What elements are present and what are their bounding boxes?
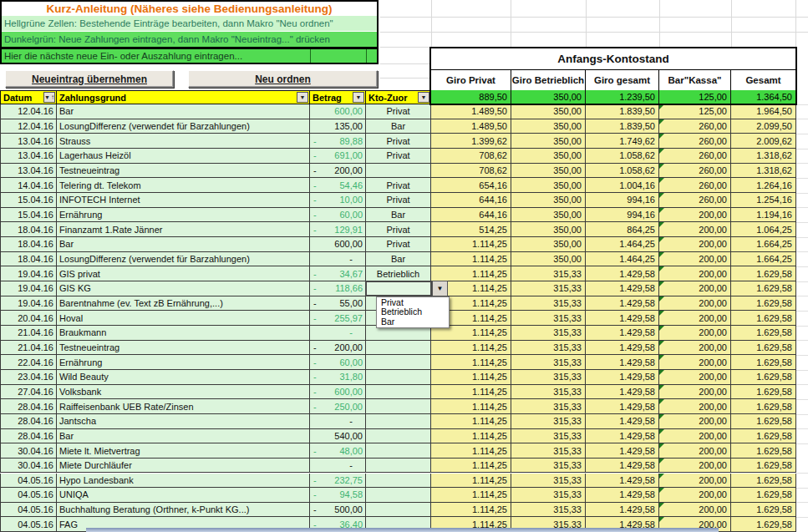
amount-cell[interactable]: -89,88 xyxy=(310,134,366,149)
balance-cell[interactable]: 644,16 xyxy=(431,193,511,208)
balance-cell[interactable]: 200,00 xyxy=(659,237,731,252)
date-cell[interactable]: 12.04.16 xyxy=(0,104,57,119)
balance-cell[interactable]: 260,00 xyxy=(659,149,731,164)
balance-cell[interactable]: 864,25 xyxy=(586,222,659,237)
date-cell[interactable]: 15.04.16 xyxy=(0,208,57,223)
balance-cell[interactable]: 200,00 xyxy=(659,503,731,518)
date-cell[interactable]: 22.04.16 xyxy=(0,355,57,370)
date-cell[interactable]: 15.04.16 xyxy=(0,193,57,208)
balance-cell[interactable]: 994,16 xyxy=(586,193,659,208)
balance-cell[interactable]: 260,00 xyxy=(659,178,731,193)
balance-cell[interactable]: 1.664,25 xyxy=(731,237,796,252)
balance-cell[interactable]: 1.429,58 xyxy=(586,326,659,341)
date-cell[interactable]: 13.04.16 xyxy=(0,134,57,149)
balance-cell[interactable]: 350,00 xyxy=(511,104,586,119)
opening-balance-cell[interactable]: 889,50 xyxy=(431,90,511,104)
reason-cell[interactable]: GIS KG xyxy=(57,281,310,296)
date-cell[interactable]: 04.05.16 xyxy=(0,517,57,532)
balance-cell[interactable]: 1.629,58 xyxy=(731,488,796,503)
balance-cell[interactable]: 200,00 xyxy=(659,488,731,503)
opening-balance-cell[interactable]: 1.364,50 xyxy=(731,90,796,104)
balance-cell[interactable]: 1.429,58 xyxy=(586,503,659,518)
reason-cell[interactable]: GIS privat xyxy=(57,266,310,281)
amount-cell[interactable]: -54,46 xyxy=(310,178,366,193)
kto-cell[interactable]: Privat xyxy=(366,193,431,208)
balance-cell[interactable]: 1.429,58 xyxy=(586,414,659,429)
reason-cell[interactable]: Telering dt. Telekom xyxy=(57,178,310,193)
kto-cell[interactable] xyxy=(366,385,431,400)
kto-cell[interactable] xyxy=(366,503,431,518)
balance-cell[interactable]: 1.064,25 xyxy=(731,222,796,237)
balance-cell[interactable]: 1.318,62 xyxy=(731,164,796,179)
reorder-button[interactable]: Neu ordnen xyxy=(188,70,378,88)
balance-cell[interactable]: 315,33 xyxy=(511,370,586,385)
balance-cell[interactable]: 315,33 xyxy=(511,474,586,489)
date-cell[interactable]: 27.04.16 xyxy=(0,385,57,400)
reason-cell[interactable]: LosungDifferenz (verwendet für Barzahlun… xyxy=(57,119,310,134)
balance-cell[interactable]: 1.194,16 xyxy=(731,208,796,223)
balance-cell[interactable]: 315,33 xyxy=(511,503,586,518)
reason-cell[interactable]: Lagerhaus Heizöl xyxy=(57,149,310,164)
balance-cell[interactable]: 200,00 xyxy=(659,341,731,356)
balance-cell[interactable]: 1.429,58 xyxy=(586,459,659,474)
balance-cell[interactable]: 1.629,58 xyxy=(731,414,796,429)
kto-cell[interactable] xyxy=(366,355,431,370)
amount-cell[interactable]: -500,00 xyxy=(310,503,366,518)
balance-cell[interactable]: 315,33 xyxy=(511,296,586,312)
reason-cell[interactable]: LosungDifferenz (verwendet für Barzahlun… xyxy=(57,252,310,267)
balance-cell[interactable]: 708,62 xyxy=(431,164,511,179)
amount-cell[interactable]: -600,00 xyxy=(310,385,366,400)
balance-cell[interactable]: 315,33 xyxy=(511,311,586,326)
balance-cell[interactable]: 350,00 xyxy=(511,119,586,134)
date-cell[interactable]: 30.04.16 xyxy=(0,443,57,459)
date-cell[interactable]: 30.04.16 xyxy=(0,459,57,474)
balance-cell[interactable]: 200,00 xyxy=(659,266,731,281)
date-cell[interactable]: 28.04.16 xyxy=(0,414,57,429)
date-cell[interactable]: 28.04.16 xyxy=(0,399,57,414)
balance-cell[interactable]: 1.114,25 xyxy=(431,370,511,385)
date-cell[interactable]: 23.04.16 xyxy=(0,370,57,385)
kto-cell[interactable] xyxy=(366,474,431,489)
reason-cell[interactable]: Bar xyxy=(57,104,310,119)
kto-cell[interactable]: Bar xyxy=(366,252,431,267)
balance-cell[interactable]: 315,33 xyxy=(511,488,586,503)
reason-cell[interactable]: Finanzamt 1.Rate Jänner xyxy=(57,222,310,237)
kto-cell[interactable] xyxy=(366,164,431,179)
amount-cell[interactable]: -691,00 xyxy=(310,149,366,164)
balance-cell[interactable]: 1.399,62 xyxy=(431,134,511,149)
kto-cell[interactable] xyxy=(366,399,431,414)
balance-cell[interactable]: 1.429,58 xyxy=(586,399,659,414)
reason-cell[interactable]: Raiffeisenbank UEB Rate/Zinsen xyxy=(57,399,310,414)
balance-cell[interactable]: 654,16 xyxy=(431,178,511,193)
amount-cell[interactable]: - xyxy=(310,252,366,267)
balance-cell[interactable]: 1.429,58 xyxy=(586,370,659,385)
amount-cell[interactable]: -200,00 xyxy=(310,164,366,179)
reason-cell[interactable]: Ernährung xyxy=(57,355,310,370)
date-cell[interactable]: 19.04.16 xyxy=(0,296,57,312)
balance-cell[interactable]: 200,00 xyxy=(659,355,731,370)
reason-cell[interactable]: UNIQA xyxy=(57,488,310,503)
balance-cell[interactable]: 1.114,25 xyxy=(431,474,511,489)
datum-sort-filter-button[interactable]: ▼↑ xyxy=(43,92,55,103)
amount-cell[interactable]: -10,00 xyxy=(310,193,366,208)
balance-cell[interactable]: 350,00 xyxy=(511,134,586,149)
amount-cell[interactable]: -232,75 xyxy=(310,474,366,489)
date-cell[interactable]: 20.04.16 xyxy=(0,311,57,326)
balance-cell[interactable]: 1.004,16 xyxy=(586,178,659,193)
balance-cell[interactable]: 1.629,58 xyxy=(731,266,796,281)
balance-cell[interactable]: 315,33 xyxy=(511,266,586,281)
amount-cell[interactable]: -255,97 xyxy=(310,311,366,326)
amount-cell[interactable]: -200,00 xyxy=(310,341,366,356)
kto-dropdown-button[interactable]: ▼ xyxy=(432,281,448,296)
balance-cell[interactable]: 125,00 xyxy=(659,104,731,119)
amount-cell[interactable]: - xyxy=(310,459,366,474)
balance-cell[interactable]: 200,00 xyxy=(659,326,731,341)
opening-balance-cell[interactable]: 350,00 xyxy=(511,90,586,104)
balance-cell[interactable]: 1.429,58 xyxy=(586,429,659,444)
kto-cell[interactable] xyxy=(366,429,431,444)
amount-cell[interactable]: -118,66 xyxy=(310,281,366,296)
balance-cell[interactable]: 350,00 xyxy=(511,208,586,223)
amount-cell[interactable]: -129,91 xyxy=(310,222,366,237)
balance-cell[interactable]: 2.099,50 xyxy=(731,119,796,134)
balance-cell[interactable]: 1.429,58 xyxy=(586,488,659,503)
